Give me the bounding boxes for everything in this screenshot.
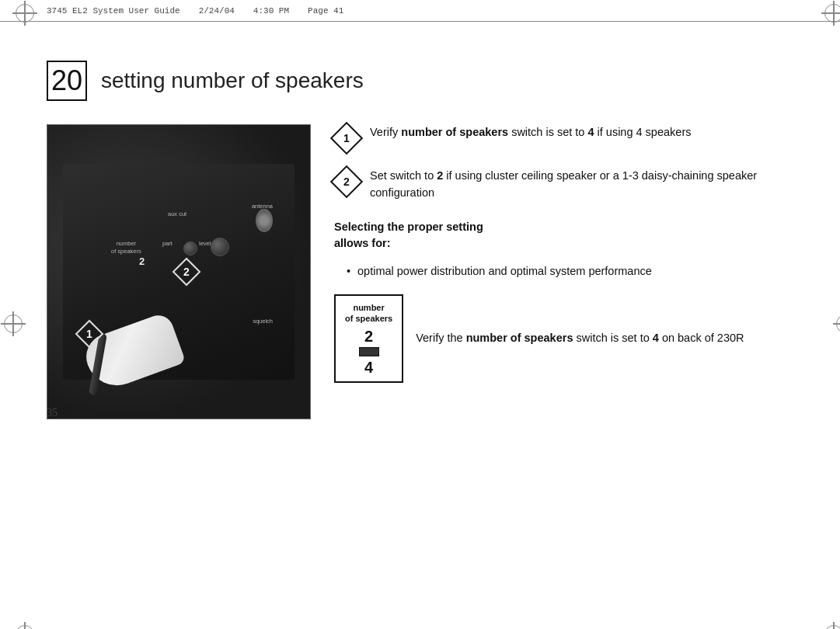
- callout-1: 1: [78, 323, 100, 345]
- bullet-item-1: optimal power distribution and optimal s…: [347, 263, 793, 280]
- step-2-number: 2: [343, 175, 350, 188]
- step-2: 2 Set switch to 2 if using cluster ceili…: [334, 168, 793, 202]
- instructions: 1 Verify number of speakers switch is se…: [334, 124, 793, 383]
- selecting-header: Selecting the proper settingallows for:: [334, 219, 793, 253]
- header-time: 4:30 PM: [253, 6, 289, 16]
- step-1-number: 1: [343, 132, 350, 144]
- step-1-bold-1: number of speakers: [401, 126, 508, 138]
- title-number: 20: [47, 61, 87, 101]
- step-2-diamond: 2: [334, 169, 359, 194]
- diagram-bold-2: 4: [653, 332, 659, 344]
- diagram-value-4: 4: [345, 360, 392, 375]
- callout-2: 2: [176, 261, 197, 283]
- step-1: 1 Verify number of speakers switch is se…: [334, 124, 793, 151]
- diagram-description: Verify the number of speakers switch is …: [416, 330, 793, 347]
- device-photo: numberof speakers part level aux cut ant…: [47, 124, 311, 419]
- diagram-row: numberof speakers 2 4 Verify the number …: [334, 294, 793, 384]
- photo-switch-2: 2: [139, 255, 145, 267]
- content-row: numberof speakers part level aux cut ant…: [47, 124, 793, 419]
- title-text: setting number of speakers: [101, 68, 364, 93]
- header-date: 2/24/04: [199, 6, 235, 16]
- step-1-text: Verify number of speakers switch is set …: [370, 124, 691, 141]
- photo-label-number-of-speakers: numberof speakers: [111, 240, 141, 255]
- step-1-bold-2: 4: [587, 126, 594, 138]
- title-section: 20 setting number of speakers: [47, 61, 793, 101]
- step-2-bold: 2: [437, 169, 443, 182]
- photo-area: numberof speakers part level aux cut ant…: [47, 124, 311, 419]
- page-content: 20 setting number of speakers numberof s…: [47, 22, 793, 607]
- diagram-box: numberof speakers 2 4: [334, 294, 403, 384]
- photo-label-part: part: [162, 240, 173, 247]
- diagram-switch: [359, 347, 379, 356]
- selecting-bold: Selecting the proper settingallows for:: [334, 221, 483, 250]
- diagram-value-2: 2: [345, 328, 392, 344]
- bullet-list: optimal power distribution and optimal s…: [347, 263, 793, 280]
- photo-label-squelch: squelch: [253, 318, 273, 325]
- diagram-title: numberof speakers: [345, 302, 392, 325]
- header-page: Page 41: [308, 6, 343, 16]
- step-2-text: Set switch to 2 if using cluster ceiling…: [370, 168, 793, 202]
- header-title: 3745 EL2 System User Guide: [47, 6, 180, 16]
- page-number: 35: [47, 407, 58, 419]
- header: 3745 EL2 System User Guide 2/24/04 4:30 …: [0, 0, 840, 22]
- photo-label-level: level: [199, 240, 211, 247]
- step-1-diamond: 1: [334, 126, 359, 151]
- diagram-bold-1: number of speakers: [466, 332, 573, 344]
- photo-label-aux-cut: aux cut: [168, 210, 186, 217]
